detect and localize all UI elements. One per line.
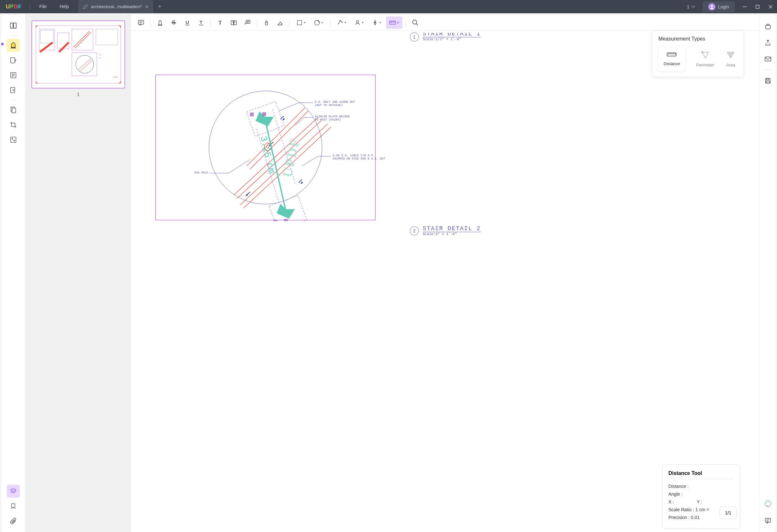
- window-close[interactable]: [764, 0, 777, 13]
- left-sidebar: [1, 15, 26, 532]
- help-menu[interactable]: Help: [53, 0, 76, 13]
- svg-line-55: [416, 23, 418, 25]
- shape-tool[interactable]: ▼: [293, 16, 309, 29]
- page-thumbnail-1[interactable]: ━━━ ━━━ A-05: [31, 20, 125, 89]
- svg-rect-15: [36, 26, 121, 83]
- save-icon[interactable]: [762, 75, 773, 86]
- svg-rect-6: [11, 58, 15, 63]
- page-count-dropdown[interactable]: 1: [683, 4, 699, 9]
- callout-cable: 9.5ø S.S. CABLE C/W S.S. CRIMPED-ON STUD…: [333, 154, 385, 161]
- bookmark-tool[interactable]: [7, 500, 20, 513]
- underline-tool[interactable]: U: [181, 16, 194, 29]
- page-navigator[interactable]: 1/1: [719, 507, 737, 519]
- window-minimize[interactable]: [738, 0, 751, 13]
- callout-tool[interactable]: [241, 16, 253, 29]
- svg-rect-101: [765, 518, 771, 522]
- crop-tool[interactable]: [7, 118, 20, 131]
- signature-tool[interactable]: ▼: [351, 16, 367, 29]
- svg-point-54: [413, 20, 417, 24]
- squiggly-tool[interactable]: T: [195, 16, 207, 29]
- stamp-tool[interactable]: ▼: [334, 16, 350, 29]
- organize-tool[interactable]: [7, 84, 20, 97]
- right-sidebar: [760, 15, 776, 532]
- area-type[interactable]: Area: [726, 47, 736, 71]
- new-tab-button[interactable]: +: [153, 3, 166, 10]
- title-bar: UPDF File Help architectural...multilead…: [0, 0, 777, 13]
- reader-tool[interactable]: [7, 19, 20, 32]
- svg-rect-100: [766, 81, 769, 83]
- svg-point-47: [356, 20, 358, 23]
- window-maximize[interactable]: [751, 0, 764, 13]
- svg-rect-5: [11, 48, 16, 48]
- annotation-toolbar: S U T T T ▼ ▼ ▼ ▼ ▼ ▼: [131, 15, 760, 31]
- comment-tool[interactable]: [135, 16, 147, 29]
- svg-text:━━━: ━━━: [99, 54, 101, 56]
- chevron-down-icon: [691, 5, 695, 8]
- svg-rect-43: [297, 20, 302, 25]
- svg-point-45: [341, 21, 342, 22]
- eraser-tool[interactable]: [274, 16, 286, 29]
- svg-text:U: U: [186, 19, 189, 25]
- measure-tool[interactable]: ▼: [386, 16, 402, 29]
- svg-rect-86: [274, 220, 277, 221]
- avatar-icon: [708, 3, 715, 10]
- svg-text:T: T: [233, 21, 235, 25]
- distance-tool-panel: Distance Tool Distance : Angle : X : Y :…: [662, 464, 740, 529]
- svg-rect-97: [765, 25, 770, 29]
- textbox-tool[interactable]: T: [228, 16, 240, 29]
- detail-1-title: 1 STAIR DETAIL 1 Scale:1/2" = 1'-0": [410, 32, 481, 41]
- document-canvas[interactable]: 1 STAIR DETAIL 1 Scale:1/2" = 1'-0": [131, 31, 760, 532]
- email-icon[interactable]: [762, 54, 773, 65]
- edit-tool[interactable]: [7, 54, 20, 67]
- angle-value-row: Angle :: [668, 492, 734, 497]
- search-button[interactable]: [409, 16, 421, 29]
- tab-close-icon[interactable]: ✕: [145, 4, 149, 9]
- document-tab[interactable]: architectural...multileaders* ✕: [78, 0, 154, 13]
- form-tool[interactable]: [7, 69, 20, 82]
- svg-text:T: T: [218, 19, 222, 26]
- tab-title: architectural...multileaders*: [91, 4, 142, 9]
- file-menu[interactable]: File: [33, 0, 53, 13]
- callout-bolt: S.S. BOLT AND ACORN NUT (NUT TO OUTSIDE): [315, 101, 355, 107]
- attachment-tool[interactable]: [7, 515, 20, 527]
- svg-rect-1: [743, 6, 747, 7]
- perimeter-type[interactable]: Perimeter: [691, 47, 719, 71]
- distance-value-row: Distance :: [668, 484, 734, 489]
- svg-rect-2: [756, 5, 759, 8]
- svg-rect-4: [14, 23, 16, 28]
- svg-rect-19: [72, 29, 93, 50]
- share-icon[interactable]: [762, 37, 773, 48]
- x-coord: X :: [668, 499, 674, 505]
- svg-text:━━━: ━━━: [99, 57, 101, 59]
- pen-tool[interactable]: ▼: [368, 16, 385, 29]
- svg-rect-85: [284, 219, 288, 221]
- distance-tool-title: Distance Tool: [668, 470, 734, 476]
- text-tool[interactable]: T: [214, 16, 226, 29]
- pencil-tool[interactable]: [260, 16, 272, 29]
- strikethrough-tool[interactable]: S: [168, 16, 180, 29]
- compress-tool[interactable]: [7, 133, 20, 146]
- svg-rect-11: [11, 88, 15, 93]
- svg-rect-17: [40, 30, 53, 43]
- ocr-tool[interactable]: [7, 103, 20, 116]
- export-icon[interactable]: [762, 21, 773, 32]
- divider: [30, 4, 30, 10]
- svg-rect-13: [12, 108, 16, 113]
- svg-point-0: [711, 5, 713, 7]
- y-coord: Y :: [697, 499, 702, 505]
- svg-rect-99: [766, 79, 769, 80]
- svg-rect-49: [389, 21, 395, 24]
- svg-rect-18: [58, 33, 69, 48]
- layers-tool[interactable]: [7, 485, 20, 498]
- distance-type[interactable]: Distance: [658, 47, 685, 71]
- svg-rect-26: [138, 20, 144, 24]
- highlighter-tool[interactable]: [154, 16, 166, 29]
- svg-point-46: [342, 22, 342, 23]
- highlight-tool[interactable]: [7, 39, 20, 52]
- svg-point-93: [701, 51, 703, 53]
- ai-icon[interactable]: [762, 498, 773, 509]
- chat-icon[interactable]: [762, 515, 773, 526]
- sticker-tool[interactable]: ▼: [311, 16, 327, 29]
- svg-rect-14: [11, 137, 16, 143]
- login-button[interactable]: Login: [702, 1, 735, 12]
